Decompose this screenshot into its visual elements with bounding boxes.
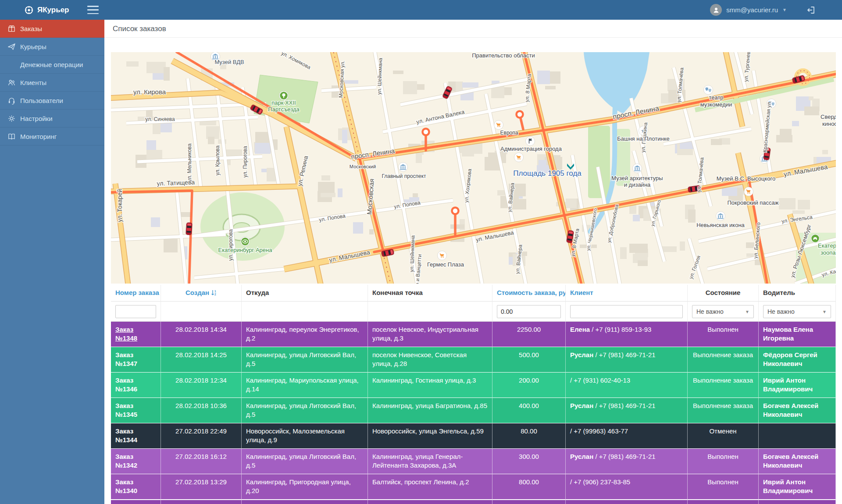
orders-table: Номер заказаСоздан12ОткудаКонечная точка… <box>111 285 836 504</box>
map-label: Музей В.С. Высоцкого <box>717 175 775 182</box>
order-to-cell: Новороссийск, улица Энгельса, д.59 <box>368 423 492 449</box>
filter-select-7[interactable]: Не важно▼ <box>763 305 831 318</box>
column-header-5[interactable]: Клиент <box>566 285 688 302</box>
map-label: Партсъезда <box>268 106 300 113</box>
filter-select-6[interactable]: Не важно▼ <box>692 305 754 318</box>
map-label: Музей ВДВ <box>214 59 244 65</box>
order-link[interactable]: Заказ №1347 <box>115 351 137 367</box>
sidebar-item-label: Настройки <box>20 115 53 122</box>
partial-row-cell <box>161 500 242 504</box>
order-client-cell: / +7 (931) 602-40-13 <box>566 373 688 398</box>
map-label: киностудия <box>822 121 836 127</box>
order-number-cell: Заказ №1340 <box>111 474 161 500</box>
cart-icon[interactable] <box>494 121 503 130</box>
column-header-0[interactable]: Номер заказа <box>111 285 161 302</box>
map-label: Администрация города <box>500 146 562 152</box>
order-link[interactable]: Заказ №1348 <box>115 326 137 342</box>
brand-logo-icon <box>25 6 33 14</box>
map-label: Главный проспект <box>382 173 426 179</box>
map-label: ул. Крылова <box>214 145 221 175</box>
couriers-icon <box>7 43 16 51</box>
masks-icon[interactable] <box>704 85 713 95</box>
filter-cell-4 <box>492 302 566 322</box>
logout-button[interactable] <box>806 5 816 15</box>
route-point-marker[interactable] <box>423 129 429 135</box>
order-number-cell: Заказ №1342 <box>111 449 161 474</box>
user-email-dropdown[interactable]: smm@yacurier.ru <box>726 6 778 14</box>
order-status-cell: Выполнен <box>688 322 759 347</box>
filter-input-4[interactable] <box>497 305 561 318</box>
order-link[interactable]: Заказ №1342 <box>115 453 137 469</box>
settings-icon <box>7 114 16 123</box>
cart-icon[interactable] <box>514 153 524 162</box>
order-link[interactable]: Заказ №1340 <box>115 478 137 494</box>
order-created-cell: 28.02.2018 10:36 <box>161 398 242 423</box>
sort-numeric-icon: 12 <box>211 290 217 297</box>
order-to-cell: Калининград, улица Генерал-Лейтенанта За… <box>368 449 492 474</box>
order-link[interactable]: Заказ №1346 <box>115 376 137 393</box>
map-label: Московский <box>350 164 376 169</box>
chevron-down-icon: ▼ <box>745 309 749 314</box>
order-created-cell: 27.02.2018 22:49 <box>161 423 242 449</box>
order-price-cell: 2250.00 <box>492 322 566 347</box>
sidebar-item-money-operations[interactable]: undefinedДенежные операции <box>0 56 104 74</box>
cart-icon[interactable] <box>438 251 447 260</box>
map-label: музкомедии <box>700 101 732 108</box>
monitoring-icon <box>7 132 16 141</box>
museum-icon[interactable] <box>716 212 725 221</box>
order-to-cell: Калининград, Гостиная улица, д.3 <box>368 373 492 398</box>
sidebar-item-monitoring[interactable]: Мониторинг <box>0 128 104 146</box>
order-link[interactable]: Заказ №1344 <box>115 427 137 444</box>
sidebar-item-couriers[interactable]: Курьеры <box>0 38 104 56</box>
museum-icon[interactable] <box>399 163 408 172</box>
park-icon[interactable] <box>279 91 289 100</box>
stadium-icon[interactable] <box>241 237 250 246</box>
sidebar-item-label: Заказы <box>20 25 42 32</box>
route-point-marker[interactable] <box>517 111 523 118</box>
order-price-cell: 500.00 <box>492 347 566 373</box>
order-from-cell: Калининград, Пригородная улица, д.20 <box>242 474 368 500</box>
map-label: Невьянская икона <box>696 222 745 228</box>
order-from-cell: Новороссийск, Малоземельская улица, д.9 <box>242 423 368 449</box>
order-created-cell: 27.02.2018 16:12 <box>161 449 242 474</box>
order-link[interactable]: Заказ №1345 <box>115 402 137 418</box>
filter-cell-3 <box>368 302 492 322</box>
museum-icon[interactable] <box>633 164 642 173</box>
order-price-cell: 80.00 <box>492 423 566 449</box>
table-row: Заказ №134427.02.2018 22:49Новороссийск,… <box>111 423 836 449</box>
column-header-4[interactable]: Стоимость заказа, руб <box>492 285 566 302</box>
sidebar: ЗаказыКурьерыundefinedДенежные операцииК… <box>0 20 104 504</box>
sidebar-item-label: Мониторинг <box>20 133 57 140</box>
map-label: ул. Синяева <box>145 116 175 122</box>
map-label: Европа <box>500 130 518 136</box>
filter-input-0[interactable] <box>115 305 156 318</box>
map-label: Екатеринбургский <box>818 242 836 249</box>
order-price-cell: 400.00 <box>492 398 566 423</box>
chevron-down-icon[interactable]: ▼ <box>782 7 787 12</box>
table-row: Заказ №134728.02.2018 14:25Калининград, … <box>111 347 836 373</box>
sidebar-item-clients[interactable]: Клиенты <box>0 74 104 92</box>
route-point-marker[interactable] <box>452 208 459 214</box>
partial-row-cell <box>492 500 566 504</box>
map-label: Екатеринбург Арена <box>218 247 273 253</box>
filter-input-5[interactable] <box>570 305 683 318</box>
menu-toggle-icon[interactable] <box>87 6 99 14</box>
top-navbar: ЯКурьер smm@yacurier.ru ▼ <box>0 0 842 20</box>
map-canvas[interactable]: ★ул. Кироваул. Синяеваул. Мельниковаул. … <box>111 52 836 284</box>
column-header-7: Водитель <box>759 285 836 302</box>
sidebar-item-orders[interactable]: Заказы <box>0 20 104 38</box>
map-label: Гермес Плаза <box>427 261 464 268</box>
map-label: Площадь 1905 года <box>513 169 582 177</box>
map-label: ул. Токарей <box>116 189 123 222</box>
sidebar-item-label: Денежные операции <box>20 61 83 68</box>
flag-icon[interactable] <box>526 137 535 146</box>
cart-icon[interactable] <box>744 187 753 196</box>
sidebar-item-users[interactable]: Пользователи <box>0 92 104 110</box>
orders-map[interactable]: ★ул. Кироваул. Синяеваул. Мельниковаул. … <box>111 52 836 284</box>
courier-car-marker[interactable] <box>185 222 193 236</box>
sidebar-item-settings[interactable]: Настройки <box>0 110 104 128</box>
column-header-1[interactable]: Создан12 <box>161 285 242 302</box>
order-to-cell: Балтийск, проспект Ленина, д.2 <box>368 474 492 500</box>
svg-text:1: 1 <box>214 290 216 293</box>
zoo-icon[interactable] <box>811 234 820 243</box>
